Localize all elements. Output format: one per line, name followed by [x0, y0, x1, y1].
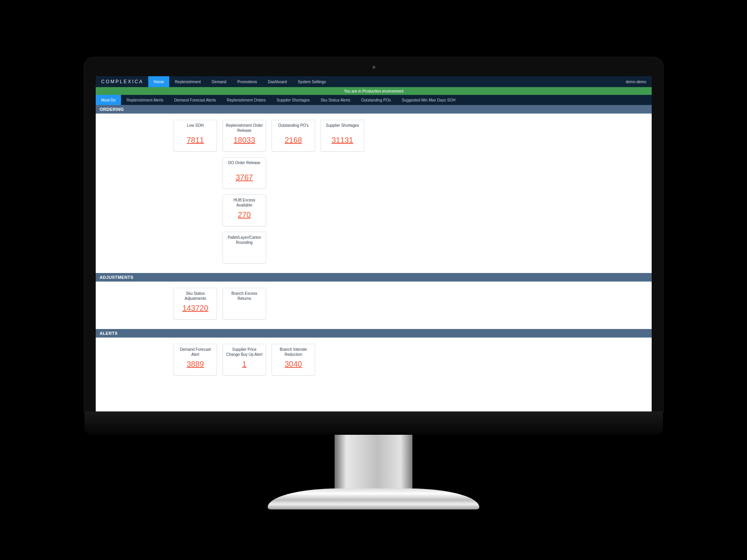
tab-label: Replenishment Orders: [227, 98, 266, 102]
ordering-cards: Low SOH 7811 Replenishment Order Release…: [96, 114, 652, 273]
nav-promotions[interactable]: Promotions: [232, 76, 263, 87]
section-title: ALERTS: [100, 331, 117, 336]
tab-label: Sku Status Alerts: [321, 98, 350, 102]
section-header-alerts: ALERTS: [96, 329, 652, 338]
card-value[interactable]: 3889: [187, 360, 204, 369]
user-menu[interactable]: demo demo: [626, 80, 648, 84]
nav-label: Replenishment: [175, 80, 201, 84]
alerts-cards: Demand Forecast Alert 3889 Supplier Pric…: [96, 338, 652, 385]
card-value[interactable]: 18033: [233, 136, 255, 145]
card-value[interactable]: 143720: [182, 304, 209, 313]
card-pallet-layer-carton-rounding[interactable]: Pallet/Layer/Carton Rounding: [223, 232, 266, 264]
card-value[interactable]: 3040: [285, 360, 302, 369]
tab-demand-forecast-alerts[interactable]: Demand Forecast Alerts: [169, 95, 221, 105]
monitor-chin: [84, 411, 663, 435]
card-branch-intersite-reduction[interactable]: Branch Intersite Reduction 3040: [272, 344, 315, 376]
card-label: Replenishment Order Release: [225, 123, 263, 133]
nav-label: Demand: [212, 80, 226, 84]
card-label: Supplier Price Change Buy Up Alert: [225, 347, 263, 357]
content-area: ORDERING Low SOH 7811 Replenishment Orde…: [96, 105, 652, 411]
card-sku-status-adjustments[interactable]: Sku Status Adjustments 143720: [174, 288, 217, 320]
tab-must-do[interactable]: Must Do: [96, 95, 121, 105]
card-demand-forecast-alert[interactable]: Demand Forecast Alert 3889: [174, 344, 217, 376]
card-value[interactable]: 2168: [285, 136, 302, 145]
tab-label: Supplier Shortages: [277, 98, 310, 102]
card-label: Pallet/Layer/Carton Rounding: [225, 235, 263, 245]
tab-supplier-shortages[interactable]: Supplier Shortages: [271, 95, 315, 105]
section-header-ordering: ORDERING: [96, 105, 652, 114]
user-label: demo demo: [626, 80, 646, 84]
sub-tabs: Must Do Replenishment Alerts Demand Fore…: [96, 95, 652, 105]
tab-label: Replenishment Alerts: [126, 98, 163, 102]
card-label: Sku Status Adjustments: [176, 291, 214, 301]
nav-demand[interactable]: Demand: [206, 76, 232, 87]
camera-icon: [372, 65, 376, 69]
card-label: DO Order Release: [228, 161, 261, 171]
card-low-soh[interactable]: Low SOH 7811: [174, 120, 217, 152]
card-value[interactable]: 7811: [187, 136, 204, 145]
tab-label: Demand Forecast Alerts: [174, 98, 216, 102]
card-replenishment-order-release[interactable]: Replenishment Order Release 18033: [223, 120, 266, 152]
brand-logo: COMPLEXICA: [100, 79, 148, 84]
nav-home[interactable]: Home: [148, 76, 170, 87]
card-value[interactable]: 3767: [236, 173, 253, 182]
card-outstanding-pos[interactable]: Outstanding PO's 2168: [272, 120, 315, 152]
nav-system-settings[interactable]: System Settings: [292, 76, 331, 87]
nav-label: Promotions: [237, 80, 257, 84]
monitor-frame: COMPLEXICA Home Replenishment Demand Pro…: [84, 58, 663, 411]
nav-replenishment[interactable]: Replenishment: [169, 76, 206, 87]
tab-label: Must Do: [101, 98, 116, 102]
nav-dashboard[interactable]: Dashboard: [262, 76, 292, 87]
tab-outstanding-pos[interactable]: Outstanding POs: [356, 95, 396, 105]
section-header-adjustments: ADJUSTMENTS: [96, 273, 652, 282]
tab-suggested-min-max[interactable]: Suggested Min Max Days SOH: [396, 95, 461, 105]
card-label: Demand Forecast Alert: [176, 347, 214, 357]
section-title: ORDERING: [100, 107, 124, 112]
card-supplier-shortages[interactable]: Supplier Shortages 31131: [321, 120, 364, 152]
card-label: Branch Intersite Reduction: [274, 347, 312, 357]
tab-label: Outstanding POs: [361, 98, 391, 102]
tab-label: Suggested Min Max Days SOH: [402, 98, 455, 102]
card-branch-excess-returns[interactable]: Branch Excess Returns: [223, 288, 266, 320]
tab-sku-status-alerts[interactable]: Sku Status Alerts: [315, 95, 356, 105]
card-value[interactable]: 270: [238, 210, 251, 219]
card-label: Low SOH: [187, 123, 204, 133]
card-do-order-release[interactable]: DO Order Release 3767: [223, 157, 266, 189]
card-hub-excess-available[interactable]: HUB Excess Available 270: [223, 194, 266, 226]
card-label: Outstanding PO's: [278, 123, 309, 133]
top-navbar: COMPLEXICA Home Replenishment Demand Pro…: [96, 76, 652, 87]
card-label: Supplier Shortages: [326, 123, 359, 133]
monitor-stand-base: [268, 488, 479, 509]
environment-banner-text: You are in Production environment: [344, 89, 403, 93]
app-screen: COMPLEXICA Home Replenishment Demand Pro…: [96, 76, 652, 411]
nav-label: Dashboard: [268, 80, 287, 84]
tab-replenishment-orders[interactable]: Replenishment Orders: [221, 95, 271, 105]
nav-label: System Settings: [298, 80, 326, 84]
section-title: ADJUSTMENTS: [100, 275, 133, 280]
adjustments-cards: Sku Status Adjustments 143720 Branch Exc…: [96, 282, 652, 329]
main-nav: Home Replenishment Demand Promotions Das…: [148, 76, 331, 87]
tab-replenishment-alerts[interactable]: Replenishment Alerts: [121, 95, 169, 105]
card-value[interactable]: 1: [242, 360, 246, 369]
card-supplier-price-change-buy-up-alert[interactable]: Supplier Price Change Buy Up Alert 1: [223, 344, 266, 376]
card-value[interactable]: 31131: [331, 136, 353, 145]
card-label: Branch Excess Returns: [225, 291, 263, 301]
card-label: HUB Excess Available: [225, 198, 263, 208]
environment-banner: You are in Production environment: [96, 87, 652, 95]
nav-label: Home: [154, 80, 164, 84]
